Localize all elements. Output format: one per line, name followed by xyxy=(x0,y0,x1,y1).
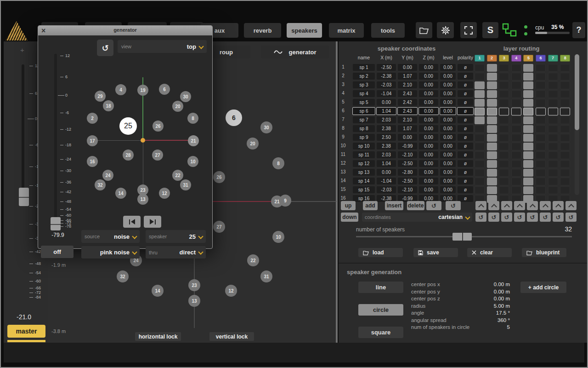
modal-speaker-dot-4[interactable]: 4 xyxy=(115,84,126,95)
cell-name[interactable]: sp 12 xyxy=(353,160,375,167)
modal-speaker-dot-17[interactable]: 17 xyxy=(87,135,98,146)
routing-cell-13-7[interactable] xyxy=(548,169,558,177)
routing-cell-8-4[interactable] xyxy=(511,125,521,133)
gen-field-value-1[interactable]: 0.00 m xyxy=(459,282,510,287)
cell-level[interactable]: 0.00 xyxy=(440,81,456,88)
speaker-dot-8[interactable]: 8 xyxy=(272,157,284,169)
off-button[interactable]: off xyxy=(41,246,74,258)
routing-cell-1-4[interactable] xyxy=(511,64,521,72)
save-button[interactable]: save xyxy=(413,248,458,257)
cell-z[interactable]: 0.00 xyxy=(419,143,438,150)
next-speaker-button[interactable] xyxy=(144,216,161,228)
modal-fader-handle[interactable] xyxy=(51,217,61,230)
cell-level[interactable]: 0.00 xyxy=(440,107,456,115)
generator-button[interactable]: generator xyxy=(261,46,329,58)
modal-speaker-dot-18[interactable]: 18 xyxy=(103,100,114,111)
gen-field-value-7[interactable]: 5 xyxy=(459,324,510,330)
routing-cell-3-5[interactable] xyxy=(523,81,533,89)
cell-x[interactable]: -2.03 xyxy=(377,186,396,193)
cell-level[interactable]: 0.00 xyxy=(440,160,456,167)
cell-y[interactable]: 0.00 xyxy=(398,134,417,141)
cell-x[interactable]: 2.03 xyxy=(377,151,396,158)
routing-cell-13-3[interactable] xyxy=(499,169,509,177)
cell-polarity[interactable]: ø xyxy=(458,169,473,176)
routing-cell-10-2[interactable] xyxy=(487,143,497,150)
cell-polarity[interactable]: ø xyxy=(458,186,473,193)
cell-x[interactable]: -2.50 xyxy=(377,64,396,71)
speaker-dot-13[interactable]: 13 xyxy=(188,295,200,307)
cell-name[interactable]: sp 6 xyxy=(352,107,375,115)
routing-cell-6-1[interactable] xyxy=(475,108,485,115)
tab-matrix[interactable]: matrix xyxy=(329,23,364,38)
routing-cell-11-6[interactable] xyxy=(536,151,546,159)
routing-cell-2-7[interactable] xyxy=(548,73,558,80)
routing-cell-6-2[interactable] xyxy=(487,108,497,115)
cell-z[interactable]: 0.00 xyxy=(418,107,439,115)
circle-button[interactable]: circle xyxy=(358,304,403,316)
cell-name[interactable]: sp 11 xyxy=(353,151,375,158)
routing-cell-9-3[interactable] xyxy=(499,134,509,142)
routing-cell-5-4[interactable] xyxy=(511,99,521,107)
speaker-dot-14[interactable]: 14 xyxy=(152,285,164,297)
routing-cell-9-6[interactable] xyxy=(536,134,546,142)
routing-cell-10-1[interactable] xyxy=(475,143,485,150)
routing-cell-10-3[interactable] xyxy=(499,143,509,150)
cell-z[interactable]: 0.00 xyxy=(419,134,438,141)
routing-cell-13-5[interactable] xyxy=(523,169,533,177)
routing-cell-1-8[interactable] xyxy=(560,64,570,72)
modal-speaker-dot-21[interactable]: 21 xyxy=(188,135,199,146)
help-button[interactable]: ? xyxy=(572,22,585,38)
routing-cell-5-5[interactable] xyxy=(523,99,533,107)
layer-chip-2[interactable]: 2 xyxy=(487,55,497,62)
routing-cell-12-2[interactable] xyxy=(487,160,497,168)
modal-titlebar[interactable]: × generator xyxy=(38,26,212,35)
routing-cell-7-1[interactable] xyxy=(475,116,485,124)
speaker-dot-31[interactable]: 31 xyxy=(260,270,272,282)
routing-cell-15-4[interactable] xyxy=(511,186,521,194)
cell-z[interactable]: 0.00 xyxy=(419,178,438,184)
cell-level[interactable]: 0.00 xyxy=(440,143,456,150)
routing-cell-15-7[interactable] xyxy=(548,186,558,194)
cell-polarity[interactable]: ø xyxy=(458,90,473,97)
load-button[interactable]: load xyxy=(358,248,403,257)
gen-field-value-5[interactable]: 17.5 ° xyxy=(459,310,510,316)
routing-cell-11-4[interactable] xyxy=(511,151,521,159)
center-origin-dot[interactable] xyxy=(141,138,145,143)
coordinates-dropdown[interactable]: coordinates cartesian xyxy=(362,213,472,222)
routing-cell-7-8[interactable] xyxy=(560,116,570,124)
routing-cell-9-4[interactable] xyxy=(511,134,521,142)
cell-level[interactable]: 0.00 xyxy=(440,186,456,193)
layer-chip-7[interactable]: 7 xyxy=(548,55,558,62)
routing-cell-6-5[interactable] xyxy=(523,108,533,115)
open-file-button[interactable] xyxy=(416,22,432,38)
cell-z[interactable]: 0.00 xyxy=(419,99,438,106)
cell-y[interactable]: -2.50 xyxy=(398,160,417,167)
row-add-button[interactable]: add xyxy=(363,201,378,210)
cell-name[interactable]: sp 2 xyxy=(353,73,375,80)
routing-cell-12-3[interactable] xyxy=(499,160,509,168)
thru-dropdown[interactable]: thru direct xyxy=(146,246,206,259)
modal-speaker-dot-28[interactable]: 28 xyxy=(123,150,134,161)
cell-x[interactable]: -1.04 xyxy=(377,90,396,97)
routing-cell-4-7[interactable] xyxy=(548,90,558,98)
routing-cell-10-8[interactable] xyxy=(560,143,570,150)
routing-cell-12-1[interactable] xyxy=(475,160,485,168)
cell-x[interactable]: 2.38 xyxy=(377,125,396,132)
move-up-button-3[interactable] xyxy=(501,201,512,210)
routing-cell-7-5[interactable] xyxy=(523,116,533,124)
modal-speaker-dot-27[interactable]: 27 xyxy=(152,150,163,161)
row-insert-button[interactable]: insert xyxy=(385,201,403,210)
cell-name[interactable]: sp 13 xyxy=(353,169,375,176)
cell-name[interactable]: sp 1 xyxy=(353,64,375,71)
routing-cell-6-6[interactable] xyxy=(536,108,546,115)
cell-level[interactable]: 0.00 xyxy=(440,134,456,141)
routing-cell-9-1[interactable] xyxy=(475,134,485,142)
routing-cell-13-4[interactable] xyxy=(511,169,521,177)
cell-polarity[interactable]: ø xyxy=(458,151,473,158)
move-up-button-8[interactable] xyxy=(565,201,577,210)
routing-cell-15-8[interactable] xyxy=(560,186,570,194)
routing-cell-14-3[interactable] xyxy=(499,178,509,185)
routing-cell-10-7[interactable] xyxy=(548,143,558,150)
cell-y[interactable]: 1.07 xyxy=(398,73,417,80)
cell-y[interactable]: 2.10 xyxy=(398,116,417,123)
